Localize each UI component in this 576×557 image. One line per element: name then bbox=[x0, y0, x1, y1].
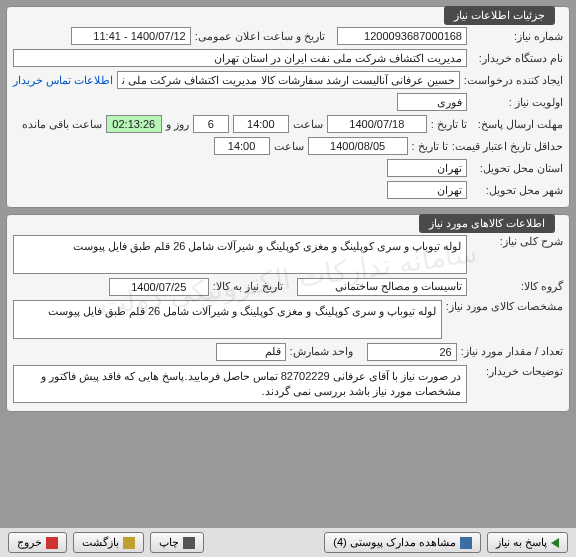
deadline-time-label: ساعت bbox=[293, 118, 323, 131]
price-valid-date[interactable] bbox=[308, 137, 408, 155]
need-details-panel: جزئیات اطلاعات نیاز شماره نیاز: تاریخ و … bbox=[6, 6, 570, 208]
buyer-field[interactable] bbox=[13, 49, 467, 67]
panel2-title: اطلاعات کالاهای مورد نیاز bbox=[419, 214, 555, 233]
panel1-title: جزئیات اطلاعات نیاز bbox=[444, 6, 555, 25]
notes-field[interactable] bbox=[13, 365, 467, 404]
exit-button[interactable]: خروج bbox=[8, 532, 67, 553]
days-label: روز و bbox=[166, 118, 189, 131]
deadline-to-label: تا تاریخ : bbox=[431, 118, 467, 131]
exit-icon bbox=[46, 537, 58, 549]
notes-label: توضیحات خریدار: bbox=[471, 365, 563, 378]
exit-label: خروج bbox=[17, 536, 42, 549]
price-valid-time[interactable] bbox=[214, 137, 270, 155]
print-button[interactable]: چاپ bbox=[150, 532, 204, 553]
deadline-time[interactable] bbox=[233, 115, 289, 133]
requester-label: ایجاد کننده درخواست: bbox=[464, 74, 563, 87]
group-field[interactable] bbox=[297, 278, 467, 296]
qty-field[interactable] bbox=[367, 343, 457, 361]
respond-label: پاسخ به نیاز bbox=[496, 536, 547, 549]
city-field[interactable] bbox=[387, 181, 467, 199]
need-date-label: تاریخ نیاز به کالا: bbox=[213, 280, 283, 293]
price-valid-label: حداقل تاریخ اعتبار قیمت: bbox=[452, 140, 563, 153]
buyer-contact-link[interactable]: اطلاعات تماس خریدار bbox=[13, 74, 113, 87]
goods-info-panel: اطلاعات کالاهای مورد نیاز شرح کلی نیاز: … bbox=[6, 214, 570, 412]
spec-label: مشخصات کالای مورد نیاز: bbox=[446, 300, 563, 313]
announce-label: تاریخ و ساعت اعلان عمومی: bbox=[195, 30, 325, 43]
bottom-toolbar: پاسخ به نیاز مشاهده مدارک پیوستی (4) چاپ… bbox=[0, 527, 576, 557]
desc-label: شرح کلی نیاز: bbox=[471, 235, 563, 248]
announce-field[interactable] bbox=[71, 27, 191, 45]
unit-field[interactable] bbox=[216, 343, 286, 361]
requester-field[interactable] bbox=[117, 71, 460, 89]
group-label: گروه کالا: bbox=[471, 280, 563, 293]
province-field[interactable] bbox=[387, 159, 467, 177]
unit-label: واحد شمارش: bbox=[290, 345, 353, 358]
deadline-label: مهلت ارسال پاسخ: bbox=[471, 118, 563, 131]
qty-label: تعداد / مقدار مورد نیاز: bbox=[461, 345, 563, 358]
spec-field[interactable] bbox=[13, 300, 442, 339]
back-icon bbox=[123, 537, 135, 549]
remain-label: ساعت باقی مانده bbox=[22, 118, 102, 131]
print-label: چاپ bbox=[159, 536, 179, 549]
desc-field[interactable] bbox=[13, 235, 467, 274]
city-label: شهر محل تحویل: bbox=[471, 184, 563, 197]
need-number-label: شماره نیاز: bbox=[471, 30, 563, 43]
respond-button[interactable]: پاسخ به نیاز bbox=[487, 532, 568, 553]
deadline-remaining bbox=[106, 115, 162, 133]
price-valid-time-label: ساعت bbox=[274, 140, 304, 153]
document-icon bbox=[460, 537, 472, 549]
play-icon bbox=[551, 538, 559, 548]
view-docs-button[interactable]: مشاهده مدارک پیوستی (4) bbox=[324, 532, 481, 553]
buyer-label: نام دستگاه خریدار: bbox=[471, 52, 563, 65]
priority-label: اولویت نیاز : bbox=[471, 96, 563, 109]
back-label: بازگشت bbox=[82, 536, 119, 549]
deadline-date[interactable] bbox=[327, 115, 427, 133]
deadline-days[interactable] bbox=[193, 115, 229, 133]
back-button[interactable]: بازگشت bbox=[73, 532, 144, 553]
need-date-field[interactable] bbox=[109, 278, 209, 296]
printer-icon bbox=[183, 537, 195, 549]
price-valid-to-label: تا تاریخ : bbox=[412, 140, 448, 153]
priority-field[interactable] bbox=[397, 93, 467, 111]
docs-label: مشاهده مدارک پیوستی (4) bbox=[333, 536, 456, 549]
need-number-field[interactable] bbox=[337, 27, 467, 45]
province-label: استان محل تحویل: bbox=[471, 162, 563, 175]
